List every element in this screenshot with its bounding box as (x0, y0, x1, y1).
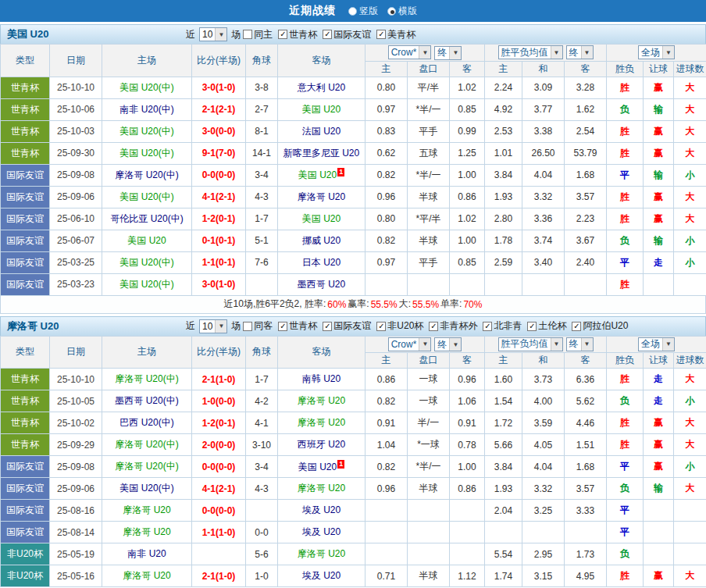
checkbox-checked-icon[interactable]: ✓ (376, 322, 386, 331)
filter-checkbox[interactable]: ✓非U20杯 (376, 319, 423, 333)
odds-stage-select[interactable]: 终▼ (434, 46, 462, 60)
home-team-link[interactable]: 摩洛哥 U20(中) (115, 373, 178, 384)
match-score[interactable]: 9-1(7-0) (192, 142, 246, 164)
filter-checkbox[interactable]: ✓国际友谊 (323, 319, 371, 333)
home-team-link[interactable]: 摩洛哥 U20 (123, 526, 170, 537)
home-team-link[interactable]: 南非 U20(中) (119, 104, 173, 115)
radio-unchecked-icon[interactable] (348, 7, 357, 16)
layout-option-vertical[interactable]: 竖版 (348, 5, 378, 18)
match-score[interactable]: 2-0(0-0) (192, 434, 246, 456)
match-score[interactable]: 2-1(1-0) (192, 565, 246, 587)
home-team-link[interactable]: 摩洛哥 U20 (123, 504, 170, 515)
home-team-link[interactable]: 美国 U20(中) (119, 483, 173, 494)
home-team-link[interactable]: 美国 U20(中) (119, 279, 173, 290)
away-team-link[interactable]: 墨西哥 U20 (298, 279, 345, 290)
home-team-link[interactable]: 摩洛哥 U20(中) (115, 461, 178, 472)
filter-checkbox[interactable]: ✓北非青 (483, 319, 522, 333)
home-team-link[interactable]: 墨西哥 U20(中) (115, 395, 178, 406)
filter-checkbox[interactable]: ✓非青杯外 (429, 319, 477, 333)
avg-odds-select[interactable]: 胜平负均值▼ (498, 45, 563, 59)
home-team-link[interactable]: 南非 U20 (127, 548, 166, 559)
checkbox-checked-icon[interactable]: ✓ (527, 322, 537, 331)
filter-checkbox[interactable]: ✓土伦杯 (527, 319, 566, 333)
filter-checkbox[interactable]: ✓阿拉伯U20 (572, 319, 628, 333)
match-score[interactable]: 0-0(0-0) (192, 456, 246, 478)
away-team-link[interactable]: 埃及 U20 (302, 504, 341, 515)
checkbox-checked-icon[interactable]: ✓ (323, 30, 332, 39)
avg-stage-select[interactable]: 终▼ (566, 45, 594, 59)
filter-checkbox[interactable]: 同客 (243, 319, 273, 333)
checkbox-unchecked-icon[interactable] (243, 30, 252, 39)
checkbox-unchecked-icon[interactable] (243, 322, 252, 331)
match-score[interactable] (192, 543, 246, 565)
away-team-link[interactable]: 美国 U20 (302, 213, 341, 224)
home-team-link[interactable]: 摩洛哥 U20(中) (115, 169, 178, 180)
match-score[interactable]: 3-0(1-0) (192, 77, 246, 98)
away-team-link[interactable]: 法国 U20 (302, 126, 341, 137)
away-team-link[interactable]: 日本 U20 (302, 257, 341, 268)
match-score[interactable]: 1-2(0-1) (192, 412, 246, 434)
away-team-link[interactable]: 摩洛哥 U20 (298, 417, 345, 428)
checkbox-checked-icon[interactable]: ✓ (483, 322, 492, 331)
away-team-link[interactable]: 新喀里多尼亚 U20 (283, 148, 359, 159)
checkbox-checked-icon[interactable]: ✓ (278, 30, 287, 39)
checkbox-checked-icon[interactable]: ✓ (323, 322, 332, 331)
layout-option-horizontal[interactable]: 横版 (387, 5, 417, 18)
filter-checkbox[interactable]: ✓世青杯 (278, 319, 317, 333)
checkbox-checked-icon[interactable]: ✓ (572, 322, 581, 331)
away-team-link[interactable]: 埃及 U20 (302, 526, 341, 537)
match-score[interactable]: 2-1(1-0) (192, 369, 246, 390)
match-score[interactable]: 1-1(0-1) (192, 251, 246, 273)
scope-select[interactable]: 全场▼ (638, 337, 675, 351)
match-score[interactable]: 1-1(1-0) (192, 522, 246, 543)
home-team-link[interactable]: 美国 U20(中) (119, 257, 173, 268)
match-score[interactable]: 3-0(0-0) (192, 120, 246, 142)
checkbox-checked-icon[interactable]: ✓ (429, 322, 438, 331)
bookmaker-select[interactable]: Crow*▼ (388, 337, 432, 351)
match-count-select[interactable]: 10▼ (199, 319, 227, 333)
home-team-link[interactable]: 美国 U20(中) (119, 126, 173, 137)
home-team-link[interactable]: 哥伦比亚 U20(中) (110, 213, 183, 224)
away-team-link[interactable]: 埃及 U20 (302, 570, 341, 581)
away-team-link[interactable]: 摩洛哥 U20 (298, 483, 345, 494)
match-score[interactable]: 1-2(0-1) (192, 208, 246, 230)
scope-select[interactable]: 全场▼ (638, 45, 675, 59)
home-team-link[interactable]: 美国 U20(中) (119, 191, 173, 202)
away-team-link[interactable]: 南韩 U20 (302, 373, 341, 384)
filter-checkbox[interactable]: ✓世青杯 (278, 28, 317, 41)
away-team-link[interactable]: 挪威 U20 (302, 235, 341, 246)
match-score[interactable]: 4-1(2-1) (192, 186, 246, 208)
match-score[interactable]: 4-1(2-1) (192, 478, 246, 500)
avg-stage-select[interactable]: 终▼ (566, 337, 594, 351)
home-team-link[interactable]: 摩洛哥 U20(中) (115, 439, 178, 450)
home-team-link[interactable]: 巴西 U20(中) (119, 417, 173, 428)
away-team-link[interactable]: 西班牙 U20 (298, 439, 345, 450)
checkbox-checked-icon[interactable]: ✓ (278, 322, 287, 331)
home-team-link[interactable]: 摩洛哥 U20 (123, 570, 170, 581)
away-team-link[interactable]: 美国 U20 (298, 461, 337, 472)
match-count-select[interactable]: 10▼ (199, 27, 227, 41)
radio-checked-icon[interactable] (387, 7, 396, 16)
match-score[interactable]: 0-1(0-1) (192, 230, 246, 251)
match-score[interactable]: 1-0(0-0) (192, 390, 246, 412)
match-score[interactable]: 3-0(1-0) (192, 273, 246, 295)
bookmaker-select[interactable]: Crow*▼ (388, 45, 432, 59)
filter-checkbox[interactable]: 同主 (243, 28, 273, 41)
match-score[interactable]: 2-1(2-1) (192, 98, 246, 120)
away-team-link[interactable]: 摩洛哥 U20 (298, 395, 345, 406)
away-team-link[interactable]: 美国 U20 (302, 104, 341, 115)
filter-checkbox[interactable]: ✓国际友谊 (323, 28, 371, 41)
avg-odds-select[interactable]: 胜平负均值▼ (498, 337, 563, 351)
odds-stage-select[interactable]: 终▼ (434, 337, 462, 351)
away-team-link[interactable]: 意大利 U20 (298, 82, 345, 93)
home-team-link[interactable]: 美国 U20(中) (119, 148, 173, 159)
match-score[interactable]: 0-0(0-0) (192, 500, 246, 522)
match-score[interactable]: 0-0(0-0) (192, 164, 246, 186)
away-team-link[interactable]: 美国 U20 (298, 169, 337, 180)
away-team-link[interactable]: 摩洛哥 U20 (298, 191, 345, 202)
home-team-link[interactable]: 美国 U20(中) (119, 82, 173, 93)
home-team-link[interactable]: 美国 U20 (127, 235, 166, 246)
away-team-link[interactable]: 摩洛哥 U20 (298, 548, 345, 559)
filter-checkbox[interactable]: ✓美青杯 (376, 28, 415, 41)
checkbox-checked-icon[interactable]: ✓ (376, 30, 386, 39)
